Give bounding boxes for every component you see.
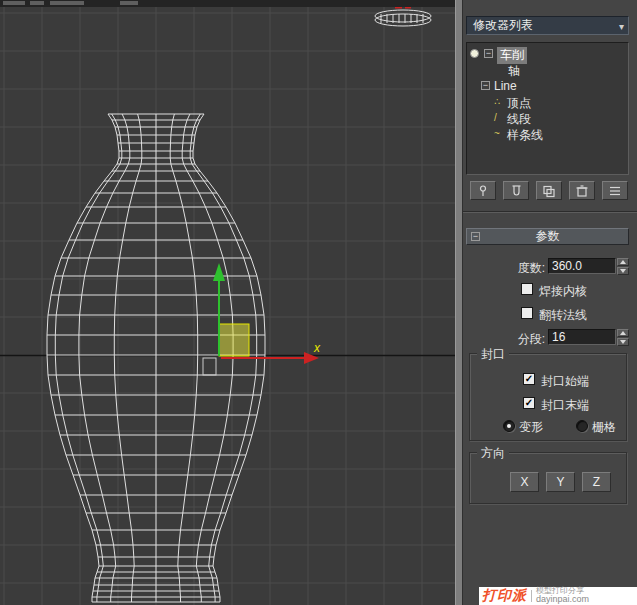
watermark-site: dayinpai.com — [536, 595, 589, 605]
bulb-icon — [470, 49, 479, 58]
make-unique-button[interactable] — [536, 181, 562, 200]
transform-gizmo[interactable]: x — [203, 263, 321, 375]
stack-item-vertex[interactable]: ∴ 顶点 — [467, 94, 628, 110]
weld-core-label: 焊接内核 — [539, 283, 587, 300]
gizmo-xy-plane-handle[interactable] — [219, 324, 249, 356]
spinner-down-icon[interactable] — [617, 267, 629, 275]
direction-z-button[interactable]: Z — [582, 472, 611, 492]
expander-icon[interactable]: − — [484, 49, 493, 58]
watermark-divider — [531, 590, 532, 602]
pin-icon — [474, 184, 492, 198]
modifier-list-label: 修改器列表 — [473, 18, 533, 32]
x-axis-label: x — [313, 341, 321, 355]
clipped-text-fragment — [30, 1, 44, 5]
panel-divider — [463, 211, 637, 212]
cap-group: 封口 ✓ 封口始端 ✓ 封口末端 变形 栅格 — [469, 353, 627, 441]
stack-item-spline[interactable]: ~ 样条线 — [467, 126, 628, 142]
stack-item-line[interactable]: − Line — [467, 78, 628, 94]
clipped-text-fragment — [3, 1, 25, 5]
viewport-canvas[interactable]: x — [0, 0, 455, 605]
clipped-text-fragment — [50, 1, 84, 5]
direction-group-title: 方向 — [477, 445, 509, 462]
segment-icon: / — [494, 112, 497, 123]
command-panel: 修改器列表 ▾ − 车削 轴 − Line ∴ 顶点 / 线段 — [463, 0, 637, 605]
rollout-parameters[interactable]: − 参数 — [466, 228, 629, 245]
modifier-list-dropdown[interactable]: 修改器列表 ▾ — [466, 16, 629, 35]
stack-item-label: Line — [494, 79, 517, 93]
show-end-result-button[interactable] — [503, 181, 529, 200]
flip-normals-label: 翻转法线 — [539, 307, 587, 324]
expander-icon[interactable]: − — [481, 81, 490, 90]
stack-item-label: 样条线 — [507, 127, 543, 144]
collapse-icon: − — [471, 232, 480, 241]
spinner-up-icon[interactable] — [617, 258, 629, 266]
trash-icon — [573, 184, 591, 198]
cap-start-label: 封口始端 — [541, 373, 589, 390]
cap-end-label: 封口末端 — [541, 397, 589, 414]
segments-spinner[interactable] — [617, 329, 629, 346]
chevron-down-icon[interactable]: ▾ — [619, 18, 624, 35]
stack-item-axis[interactable]: 轴 — [467, 62, 628, 78]
modifier-stack: − 车削 轴 − Line ∴ 顶点 / 线段 ~ 样条线 — [466, 42, 629, 175]
test-tube-icon — [507, 184, 525, 198]
duplicate-squares-icon — [540, 184, 558, 198]
check-icon: ✓ — [525, 373, 533, 384]
spinner-down-icon[interactable] — [617, 338, 629, 346]
direction-group: 方向 X Y Z — [469, 452, 627, 504]
grid-label: 栅格 — [592, 419, 616, 436]
degrees-label: 度数: — [481, 260, 545, 277]
mini-disc-object[interactable] — [375, 10, 431, 26]
spline-icon: ~ — [494, 128, 500, 139]
viewport[interactable]: x — [0, 0, 455, 605]
direction-x-button[interactable]: X — [510, 472, 539, 492]
segments-field[interactable]: 16 — [548, 329, 616, 345]
spinner-up-icon[interactable] — [617, 329, 629, 337]
morph-label: 变形 — [519, 419, 543, 436]
selection-rect — [203, 358, 216, 375]
cap-end-checkbox[interactable]: ✓ — [523, 397, 535, 409]
list-icon — [606, 184, 624, 198]
degrees-spinner[interactable] — [617, 258, 629, 275]
grid-radio[interactable] — [576, 420, 588, 432]
flip-normals-checkbox[interactable] — [521, 307, 533, 319]
cap-group-title: 封口 — [477, 346, 509, 363]
direction-y-button[interactable]: Y — [546, 472, 575, 492]
watermark-logo: 打印派 — [482, 587, 527, 605]
vertex-icon: ∴ — [494, 96, 500, 107]
panel-splitter[interactable] — [455, 0, 463, 605]
app-window: x 修改器列表 ▾ − 车削 轴 − Line — [0, 0, 637, 605]
check-icon: ✓ — [525, 397, 533, 408]
top-clipped-bar — [0, 0, 455, 7]
stack-item-lathe[interactable]: − 车削 — [467, 46, 628, 62]
cap-start-checkbox[interactable]: ✓ — [523, 373, 535, 385]
degrees-field[interactable]: 360.0 — [548, 258, 616, 274]
clipped-text-fragment — [120, 1, 138, 5]
watermark: 打印派 模型打印分享 dayinpai.com — [479, 587, 637, 605]
weld-core-checkbox[interactable] — [521, 283, 533, 295]
rollout-title: 参数 — [536, 229, 560, 243]
stack-item-segment[interactable]: / 线段 — [467, 110, 628, 126]
pin-stack-button[interactable] — [470, 181, 496, 200]
morph-radio[interactable] — [503, 420, 515, 432]
configure-modifier-sets-button[interactable] — [602, 181, 628, 200]
remove-modifier-button[interactable] — [569, 181, 595, 200]
